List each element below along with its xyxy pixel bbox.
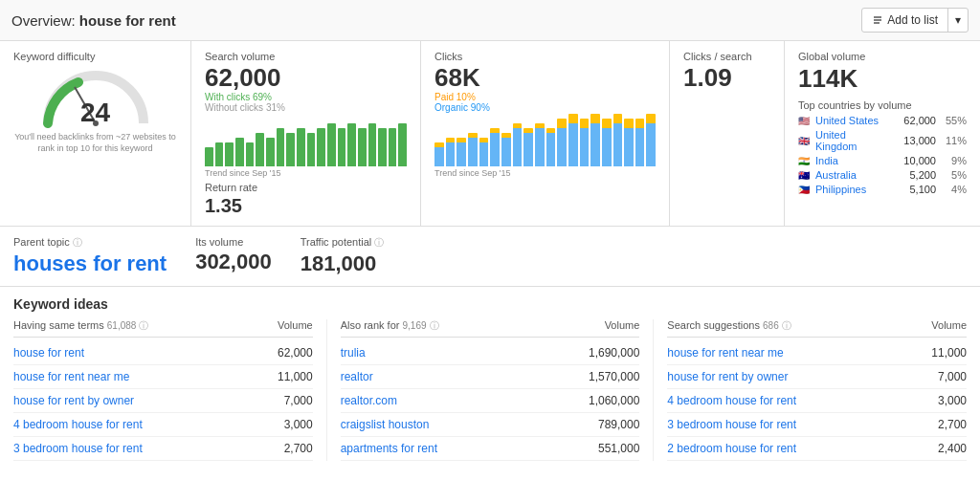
kd-note: You'll need backlinks from ~27 websites …: [13, 132, 177, 154]
list-item: house for rent near me 11,000: [667, 341, 967, 365]
sv-bar: [215, 142, 224, 166]
country-volume: 5,200: [893, 169, 936, 181]
traffic-potential-info-icon[interactable]: ⓘ: [374, 237, 384, 248]
country-volume: 5,100: [893, 184, 936, 195]
country-flag: 🇺🇸: [798, 116, 812, 125]
list-item: apartments for rent 551,000: [341, 437, 640, 461]
keyword-volume: 551,000: [598, 442, 639, 455]
keyword-volume: 62,000: [278, 346, 313, 360]
sv-bar: [378, 128, 387, 166]
country-pct: 4%: [940, 184, 967, 195]
ki-col-title: Search suggestions 686 ⓘ: [667, 319, 791, 333]
keyword-link[interactable]: house for rent near me: [667, 346, 783, 360]
rr-value: 1.35: [205, 195, 407, 216]
ki-col-header: Search suggestions 686 ⓘ Volume: [667, 319, 967, 338]
sv-bar: [389, 128, 397, 166]
clicks-bar: [468, 133, 478, 166]
parent-topic-label-text: Parent topic: [13, 236, 70, 248]
add-to-list-main[interactable]: Add to list: [862, 9, 948, 32]
rr-label: Return rate: [205, 182, 407, 193]
list-item: house for rent near me 11,000: [13, 365, 313, 389]
keyword-volume: 1,060,000: [589, 394, 639, 407]
country-name[interactable]: Australia: [815, 169, 889, 181]
page-title: Overview: house for rent: [11, 12, 176, 29]
country-row: 🇮🇳 India 10,000 9%: [798, 155, 967, 166]
keyword-volume: 7,000: [284, 394, 313, 407]
list-icon: [872, 14, 883, 26]
clicks-bar: [523, 128, 533, 166]
clicks-bar: [434, 142, 444, 166]
add-to-list-button[interactable]: Add to list ▾: [861, 8, 969, 33]
keyword-link[interactable]: craigslist houston: [341, 418, 430, 431]
clicks-bar: [590, 114, 600, 166]
keyword-link[interactable]: trulia: [341, 346, 366, 360]
keyword-link[interactable]: house for rent: [13, 346, 84, 360]
clicks-bar: [646, 114, 656, 166]
country-name[interactable]: United States: [815, 115, 889, 126]
keyword-ideas-column: Also rank for 9,169 ⓘ Volume trulia 1,69…: [341, 319, 655, 461]
country-row: 🇵🇭 Philippines 5,100 4%: [798, 184, 967, 195]
country-flag: 🇮🇳: [798, 156, 812, 165]
clicks-bar-chart: [434, 119, 656, 166]
clicks-bar: [635, 119, 645, 166]
sv-bar: [277, 128, 285, 166]
country-flag: 🇵🇭: [798, 185, 812, 194]
keyword-link[interactable]: house for rent by owner: [667, 370, 788, 383]
keyword-link[interactable]: house for rent near me: [13, 370, 129, 383]
country-volume: 62,000: [893, 115, 936, 126]
sv-without-clicks: Without clicks 31%: [205, 102, 407, 113]
keyword-link[interactable]: realtor: [341, 370, 373, 383]
sv-bar: [266, 138, 275, 166]
keyword-volume: 2,700: [284, 442, 313, 455]
sv-label: Search volume: [205, 51, 407, 62]
keyword-volume: 7,000: [938, 370, 967, 383]
keyword-link[interactable]: 3 bedroom house for rent: [13, 442, 143, 455]
keyword-link[interactable]: realtor.com: [341, 394, 397, 407]
keyword-difficulty-panel: Keyword difficulty 24 You'll need backli…: [0, 41, 191, 226]
list-item: craigslist houston 789,000: [341, 413, 640, 437]
country-name[interactable]: India: [815, 155, 889, 166]
country-flag: 🇦🇺: [798, 170, 812, 180]
keyword-link[interactable]: 3 bedroom house for rent: [667, 418, 796, 431]
traffic-potential-label: Traffic potential ⓘ: [301, 236, 385, 250]
keyword-volume: 3,000: [284, 418, 313, 431]
sv-bar: [225, 142, 234, 166]
country-volume: 10,000: [893, 155, 936, 166]
sv-bar: [256, 133, 264, 166]
country-row: 🇬🇧 United Kingdom 13,000 11%: [798, 129, 967, 152]
clicks-bar: [602, 119, 612, 166]
ki-col-title: Also rank for 9,169 ⓘ: [341, 319, 439, 333]
list-item: 4 bedroom house for rent 3,000: [13, 413, 313, 437]
country-name[interactable]: Philippines: [815, 184, 889, 195]
clicks-bar: [535, 123, 545, 166]
parent-topic-value[interactable]: houses for rent: [13, 251, 167, 276]
keyword-link[interactable]: 4 bedroom house for rent: [667, 394, 796, 407]
list-item: trulia 1,690,000: [341, 341, 640, 365]
keyword-ideas-columns: Having same terms 61,088 ⓘ Volume house …: [13, 319, 967, 461]
clicks-bar: [557, 119, 567, 166]
add-to-list-arrow[interactable]: ▾: [948, 9, 968, 32]
keyword-link[interactable]: 2 bedroom house for rent: [667, 442, 796, 455]
parent-topic-info-icon[interactable]: ⓘ: [73, 237, 82, 248]
parent-topic-row: Parent topic ⓘ houses for rent Its volum…: [0, 227, 980, 287]
keyword-ideas-section: Keyword ideas Having same terms 61,088 ⓘ…: [0, 287, 980, 470]
keyword-ideas-column: Search suggestions 686 ⓘ Volume house fo…: [667, 319, 967, 461]
clicks-bar: [546, 128, 556, 166]
keyword-link[interactable]: apartments for rent: [341, 442, 437, 455]
country-flag: 🇬🇧: [798, 136, 812, 145]
keyword-link[interactable]: house for rent by owner: [13, 394, 134, 407]
clicks-paid: Paid 10%: [434, 92, 656, 102]
keyword-title: house for rent: [79, 12, 176, 29]
country-pct: 11%: [940, 135, 967, 146]
country-name[interactable]: United Kingdom: [815, 129, 889, 152]
list-item: realtor 1,570,000: [341, 365, 640, 389]
clicks-label: Clicks: [434, 51, 656, 62]
clicks-per-search-panel: Clicks / search 1.09: [670, 41, 785, 226]
search-volume-panel: Search volume 62,000 With clicks 69% Wit…: [191, 41, 421, 226]
its-volume-value: 302,000: [195, 250, 272, 274]
traffic-potential-label-text: Traffic potential: [301, 236, 372, 248]
list-item: 3 bedroom house for rent 2,700: [13, 437, 313, 461]
clicks-value: 68K: [434, 64, 656, 92]
keyword-link[interactable]: 4 bedroom house for rent: [13, 418, 143, 431]
country-volume: 13,000: [893, 135, 936, 146]
